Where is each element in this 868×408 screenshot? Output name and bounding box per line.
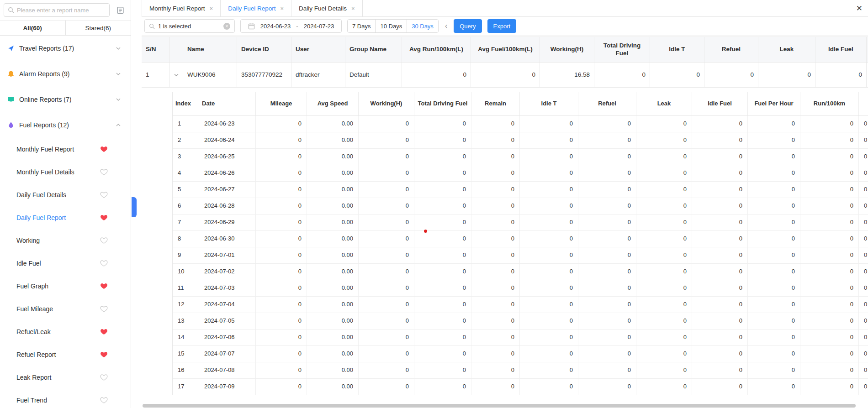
tab-close-icon[interactable]: × [280,5,284,12]
detail-cell: 0 [359,149,414,165]
sidebar-item-working[interactable]: Working [0,229,131,252]
detail-cell: 0 [692,297,748,313]
export-button[interactable]: Export [487,19,517,33]
sidebar-item-label: Daily Fuel Details [16,191,66,199]
detail-cell: 0.00 [307,116,359,132]
table-row: 72024-06-2900.000000000000 [173,214,868,231]
range-button-7-days[interactable]: 7 Days [348,20,375,32]
sidebar-item-leak-report[interactable]: Leak Report [0,366,131,389]
detail-cell: 2024-07-02 [199,264,256,280]
sidebar-item-refuel-report[interactable]: Refuel Report [0,343,131,366]
favorite-heart-icon[interactable] [100,328,108,335]
favorite-heart-icon[interactable] [100,260,108,267]
favorite-heart-icon[interactable] [100,374,108,381]
sidebar-item-label: Refuel/Leak [16,328,51,335]
sidebar-item-daily-fuel-details[interactable]: Daily Fuel Details [0,183,131,206]
sidebar-item-fuel-graph[interactable]: Fuel Graph [0,275,131,298]
device-select[interactable]: 1 is selected × [144,19,235,33]
detail-cell: 0 [578,379,636,395]
favorite-heart-icon[interactable] [100,168,108,176]
detail-cell: 0.00 [307,379,359,395]
sidebar-item-label: Fuel Mileage [16,305,53,313]
detail-cell: 0 [520,247,578,263]
report-search-input[interactable] [17,7,106,14]
detail-cell: 0 [414,198,471,214]
detail-cell: 0 [471,330,520,345]
report-list-icon[interactable] [113,3,127,17]
detail-cell: 1 [173,116,199,132]
detail-column-header: Refuel [578,92,636,115]
detail-cell: 0 [578,165,636,181]
detail-cell: 0 [748,116,800,132]
date-range-picker[interactable]: 2024-06-23 - 2024-07-23 [240,19,342,33]
tab-label: Daily Fuel Report [228,5,275,12]
app: All(60) Stared(6) Travel Reports (17) Al… [0,0,868,408]
detail-cell: 0.00 [307,280,359,296]
sidebar-tab-all[interactable]: All(60) [0,21,65,35]
tab-daily-fuel-report[interactable]: Daily Fuel Report × [221,0,291,16]
favorite-heart-icon[interactable] [100,191,108,199]
detail-cell: 6 [173,198,199,214]
favorite-heart-icon[interactable] [100,397,108,404]
sidebar-item-monthly-fuel-details[interactable]: Monthly Fuel Details [0,161,131,183]
detail-cell: 0 [692,346,748,362]
close-all-icon[interactable]: ✕ [856,0,863,16]
favorite-heart-icon[interactable] [100,214,108,221]
tab-close-icon[interactable]: × [351,5,355,12]
detail-cell: 0 [520,132,578,148]
tab-close-icon[interactable]: × [210,5,213,12]
detail-cell: 0 [636,362,692,378]
query-button[interactable]: Query [454,19,482,33]
sidebar-item-label: Leak Report [16,374,51,381]
detail-cell: 0.00 [307,330,359,345]
table-row: 172024-07-0900.000000000000 [173,379,868,395]
sidebar-category-alarm-reports[interactable]: Alarm Reports (9) [0,61,131,87]
row-expander-icon[interactable] [170,63,183,87]
sidebar-collapse-handle[interactable] [132,197,137,217]
detail-cell: 0 [748,330,800,345]
detail-cell: 0 [414,231,471,247]
sidebar-item-fuel-trend[interactable]: Fuel Trend [0,389,131,408]
sidebar-item-daily-fuel-report[interactable]: Daily Fuel Report [0,206,131,229]
favorite-heart-icon[interactable] [100,351,108,358]
detail-cell: 0 [471,247,520,263]
sidebar-category-online-reports[interactable]: Online Reports (7) [0,87,131,112]
detail-cell: 0 [256,116,307,132]
favorite-heart-icon[interactable] [100,305,108,313]
favorite-heart-icon[interactable] [100,146,108,153]
favorite-heart-icon[interactable] [100,237,108,244]
sidebar-item-monthly-fuel-report[interactable]: Monthly Fuel Report [0,138,131,161]
detail-column-header: Remain [471,92,520,115]
detail-cell: 13 [173,313,199,329]
detail-cell: 0.00 [307,297,359,313]
sidebar-item-refuel-leak[interactable]: Refuel/Leak [0,320,131,343]
detail-cell: 2024-07-08 [199,362,256,378]
detail-cell: 0 [859,280,868,296]
detail-cell: 0 [359,379,414,395]
range-button-10-days[interactable]: 10 Days [375,20,407,32]
horizontal-scrollbar-thumb[interactable] [143,404,856,408]
favorite-heart-icon[interactable] [100,282,108,290]
detail-cell: 0 [414,247,471,263]
sidebar-tab-stared[interactable]: Stared(6) [65,21,131,35]
detail-cell: 0 [748,165,800,181]
detail-cell: 0 [414,379,471,395]
detail-cell: 0 [692,182,748,198]
click-indicator-dot [424,230,427,233]
tab-monthly-fuel-report[interactable]: Monthly Fuel Report × [142,0,221,16]
range-button-30-days[interactable]: 30 Days [407,20,438,32]
detail-cell: 0 [636,231,692,247]
tab-daily-fuel-details[interactable]: Daily Fuel Details × [291,0,363,16]
summary-cell: 0 [650,63,704,87]
sidebar-category-travel-reports[interactable]: Travel Reports (17) [0,36,131,61]
detail-cell: 0 [256,362,307,378]
detail-cell: 2024-06-26 [199,165,256,181]
sidebar-item-fuel-mileage[interactable]: Fuel Mileage [0,298,131,320]
sidebar-item-idle-fuel[interactable]: Idle Fuel [0,252,131,275]
sidebar-category-fuel-reports[interactable]: Fuel Reports (12) [0,112,131,138]
summary-column-header: Name [183,37,237,62]
detail-column-header: Idle T [520,92,578,115]
select-clear-icon[interactable]: × [223,23,230,30]
detail-table-body: 12024-06-2300.00000000000022024-06-2400.… [173,116,868,395]
chevron-left-icon[interactable]: ‹ [444,22,448,30]
